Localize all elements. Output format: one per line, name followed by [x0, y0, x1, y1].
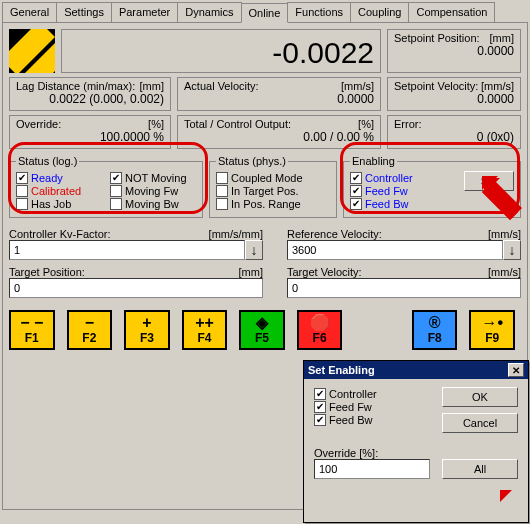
kv-dropdown-arrow[interactable]: ↓: [245, 240, 263, 260]
tab-settings[interactable]: Settings: [56, 2, 112, 22]
f8-button[interactable]: ®F8: [412, 310, 458, 350]
f2-button[interactable]: −F2: [67, 310, 113, 350]
tab-compensation[interactable]: Compensation: [408, 2, 495, 22]
arrow-to-all-button: [500, 490, 530, 520]
f6-button[interactable]: 🛑F6: [297, 310, 343, 350]
actual-velocity-field: Actual Velocity:[mm/s] 0.0000: [177, 77, 381, 111]
dlg-override-input[interactable]: [314, 459, 430, 479]
dialog-title-bar[interactable]: Set Enabling ✕: [304, 361, 528, 379]
refvel-label: Reference Velocity:: [287, 228, 382, 240]
kv-unit: [mm/s/mm]: [209, 228, 263, 240]
dlg-all-button[interactable]: All: [442, 459, 518, 479]
dlg-chk-feedfw[interactable]: ✔Feed Fw: [314, 401, 430, 413]
dlg-chk-controller[interactable]: ✔Controller: [314, 388, 430, 400]
tpos-unit: [mm]: [239, 266, 263, 278]
tpos-input[interactable]: [9, 278, 263, 298]
refvel-unit: [mm/s]: [488, 228, 521, 240]
f9-button[interactable]: →•F9: [469, 310, 515, 350]
lag-distance-field: Lag Distance (min/max):[mm] 0.0022 (0.00…: [9, 77, 171, 111]
double-plus-icon: ++: [195, 315, 214, 331]
main-position-readout: -0.0022: [61, 29, 381, 73]
setpoint-velocity-field: Setpoint Velocity:[mm/s] 0.0000: [387, 77, 521, 111]
f5-button[interactable]: ◈F5: [239, 310, 285, 350]
double-minus-icon: − −: [20, 315, 43, 331]
dlg-ok-button[interactable]: OK: [442, 387, 518, 407]
tvel-input[interactable]: [287, 278, 521, 298]
refvel-dropdown-arrow[interactable]: ↓: [503, 240, 521, 260]
status-phys-legend: Status (phys.): [216, 155, 288, 167]
tab-bar: General Settings Parameter Dynamics Onli…: [0, 0, 530, 22]
dialog-title: Set Enabling: [308, 364, 375, 376]
start-icon: ◈: [256, 315, 268, 331]
set-enabling-dialog: Set Enabling ✕ ✔Controller ✔Feed Fw ✔Fee…: [303, 360, 529, 523]
tvel-unit: [mm/s]: [488, 266, 521, 278]
tvel-label: Target Velocity:: [287, 266, 362, 278]
tab-coupling[interactable]: Coupling: [350, 2, 409, 22]
dlg-override-label: Override [%]:: [314, 447, 430, 459]
chk-inrange[interactable]: In Pos. Range: [216, 198, 330, 210]
minus-icon: −: [85, 315, 94, 331]
tab-general[interactable]: General: [2, 2, 57, 22]
setpoint-position-field: Setpoint Position:[mm] 0.0000: [387, 29, 521, 73]
plus-icon: +: [142, 315, 151, 331]
tab-parameter[interactable]: Parameter: [111, 2, 178, 22]
refvel-input[interactable]: [287, 240, 503, 260]
status-phys-group: Status (phys.) Coupled Mode In Target Po…: [209, 155, 337, 218]
tab-functions[interactable]: Functions: [287, 2, 351, 22]
kv-input[interactable]: [9, 240, 245, 260]
chk-intarget[interactable]: In Target Pos.: [216, 185, 330, 197]
tpos-label: Target Position:: [9, 266, 85, 278]
goto-icon: →•: [481, 315, 503, 331]
kv-label: Controller Kv-Factor:: [9, 228, 110, 240]
hazard-icon: [9, 29, 55, 73]
f1-button[interactable]: − −F1: [9, 310, 55, 350]
chk-coupled[interactable]: Coupled Mode: [216, 172, 330, 184]
arrow-to-set-button: [482, 176, 526, 220]
stop-icon: 🛑: [310, 315, 330, 331]
dialog-close-button[interactable]: ✕: [508, 363, 524, 377]
tab-dynamics[interactable]: Dynamics: [177, 2, 241, 22]
reset-icon: ®: [429, 315, 441, 331]
dlg-chk-feedbw[interactable]: ✔Feed Bw: [314, 414, 430, 426]
dlg-cancel-button[interactable]: Cancel: [442, 413, 518, 433]
f4-button[interactable]: ++F4: [182, 310, 228, 350]
f3-button[interactable]: +F3: [124, 310, 170, 350]
highlight-status-log: [8, 142, 208, 214]
tab-online[interactable]: Online: [241, 3, 289, 23]
